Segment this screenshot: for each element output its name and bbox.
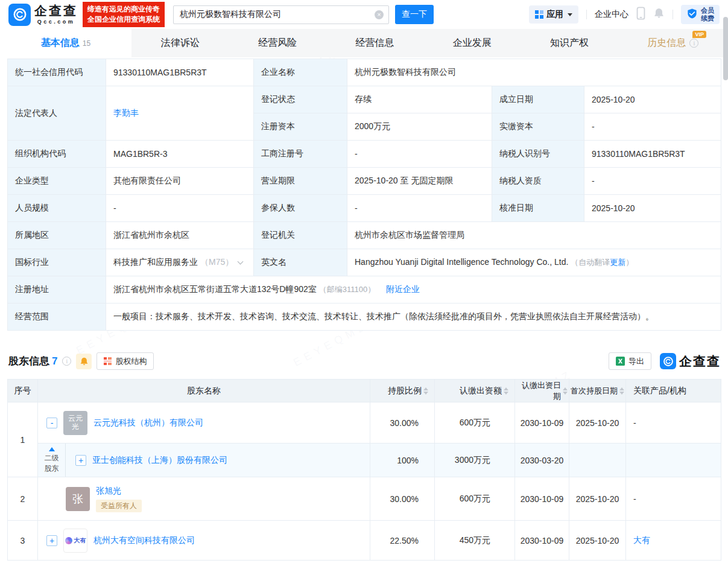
amount-cell: 3000万元 [435, 444, 515, 477]
excel-icon [616, 357, 625, 366]
equity-structure-button[interactable]: 股权结构 [97, 352, 154, 370]
tab-count: 15 [83, 39, 90, 48]
qcc-logo[interactable]: 企查查 Qcc.com [8, 4, 78, 26]
related-cell: 大有 [626, 521, 721, 561]
tab-business-risk[interactable]: 经营风险 [229, 29, 326, 57]
label-reg-address: 注册地址 [8, 276, 106, 304]
auto-translate-note: （自动翻译 [571, 258, 610, 267]
label-region: 所属地区 [8, 222, 106, 249]
header-ratio: 持股比例 [370, 380, 435, 402]
vip-badge: VIP [692, 31, 706, 38]
search-input[interactable] [173, 5, 389, 24]
logo-en: Qcc.com [34, 19, 78, 25]
shareholders-table: 序号 股东名称 持股比例 认缴出资额 认缴出资日期 首次持股日期 关联产品/机构… [7, 379, 721, 561]
label-reg-status: 登记状态 [254, 86, 347, 113]
notification-bell-icon[interactable] [653, 7, 665, 22]
value-reg-capital: 2000万元 [347, 113, 492, 141]
auto-translate-note-end: ） [625, 258, 633, 267]
label-taxpayer-id: 纳税人识别号 [492, 141, 584, 168]
tab-intellectual-property[interactable]: 知识产权 [521, 29, 618, 57]
collapse-button[interactable]: - [46, 418, 57, 428]
header-shareholder-name: 股东名称 [38, 380, 370, 402]
apps-dropdown[interactable]: 应用 [529, 5, 578, 24]
topbar-right: 应用 企业中心 会员 续费 [529, 5, 720, 24]
avatar[interactable]: 大有 [63, 529, 87, 553]
industry-code: （M75） [200, 257, 233, 267]
avatar[interactable]: 张 [66, 487, 90, 511]
shareholder-link[interactable]: 杭州大有空间科技有限公司 [93, 535, 195, 546]
shareholder-link[interactable]: 云元光科技（杭州）有限公司 [93, 418, 203, 428]
pay-date-cell: 2030-10-09 [515, 477, 569, 521]
avatar-text: 大有 [74, 536, 86, 545]
label-org-code: 组织机构代码 [8, 141, 106, 168]
table-row: 2 张 张旭光 受益所有人 30.00% 600万元 2030-10-09 20… [8, 477, 721, 521]
sub-level-label: 二级股东 [44, 453, 60, 474]
subscribe-bell-button[interactable] [76, 354, 92, 369]
sub-shareholder-row: 二级股东 + 亚士创能科技（上海）股份有限公司 100% 3000万元 2030… [8, 444, 721, 477]
tab-basic-info[interactable]: 基本信息 15 [0, 29, 131, 57]
value-industry: 科技推广和应用服务业（M75） [106, 249, 254, 276]
enterprise-center-link[interactable]: 企业中心 [595, 9, 628, 20]
info-icon[interactable]: i [689, 39, 698, 48]
tab-development[interactable]: 企业发展 [423, 29, 521, 57]
sort-icon[interactable] [423, 387, 428, 395]
header-label: 持股比例 [388, 386, 422, 396]
vip-line-1: 会员 [701, 7, 714, 14]
chevron-down-icon[interactable] [238, 259, 244, 265]
tab-legal[interactable]: 法律诉讼 [131, 29, 229, 57]
header-pay-date: 认缴出资日期 [515, 380, 569, 402]
shareholder-link[interactable]: 张旭光 [96, 486, 121, 497]
header-label: 认缴出资日期 [516, 380, 561, 402]
row-number: 3 [8, 521, 38, 561]
tab-business-info[interactable]: 经营信息 [326, 29, 423, 57]
header-label: 首次持股日期 [571, 386, 618, 396]
expand-button[interactable]: + [46, 535, 57, 546]
sort-icon[interactable] [504, 387, 508, 395]
vip-renew-button[interactable]: 会员 续费 [681, 5, 720, 24]
header-no: 序号 [8, 380, 38, 402]
sort-icon[interactable] [619, 387, 624, 395]
sort-icon[interactable] [563, 387, 568, 395]
mobile-app-icon[interactable] [636, 7, 645, 22]
header-related: 关联产品/机构 [626, 380, 721, 402]
avatar-text: 云元 [68, 415, 83, 423]
label-company-name: 企业名称 [254, 59, 347, 86]
shareholder-link[interactable]: 亚士创能科技（上海）股份有限公司 [92, 455, 227, 466]
value-reg-status: 存续 [347, 86, 492, 113]
collapse-triangle-icon[interactable] [49, 447, 55, 451]
equity-structure-label: 股权结构 [115, 356, 147, 367]
expand-button[interactable]: + [75, 455, 86, 466]
clear-icon[interactable]: × [375, 10, 384, 19]
export-button[interactable]: 导出 [609, 352, 651, 370]
label-taxpayer-quality: 纳税人资质 [492, 168, 584, 195]
value-approval-date: 2025-10-20 [584, 195, 721, 222]
info-icon[interactable]: i [62, 357, 71, 366]
row-number: 1 [8, 402, 38, 477]
value-establish-date: 2025-10-20 [584, 86, 721, 113]
update-translation-link[interactable]: 更新 [610, 258, 625, 267]
label-company-type: 企业类型 [8, 168, 106, 195]
slogan-line-2: 全国企业信用查询系统 [87, 14, 160, 25]
reg-address: 浙江省杭州市余杭区五常街道五常大道132号D幢902室 [113, 284, 317, 294]
logo-cn: 企查查 [34, 4, 78, 17]
nearby-companies-link[interactable]: 附近企业 [386, 284, 420, 294]
related-product-link[interactable]: 大有 [633, 535, 650, 545]
first-date-cell: 2025-10-20 [569, 521, 626, 561]
shareholders-header-right: 导出 企查查 [609, 352, 721, 370]
amount-cell: 600万元 [435, 477, 515, 521]
industry-name: 科技推广和应用服务业 [113, 257, 198, 267]
legal-rep-link[interactable]: 李勤丰 [113, 108, 139, 118]
related-cell: - [626, 477, 721, 521]
value-company-name: 杭州元极数智科技有限公司 [347, 59, 721, 86]
page: EEYEQMZ EEYEQMZ EEYEQMZ EEYEQMZ EEYEQMZ … [0, 0, 728, 566]
row-number: 2 [8, 477, 38, 521]
value-reg-address: 浙江省杭州市余杭区五常街道五常大道132号D幢902室 （邮编311100） 附… [106, 276, 721, 304]
scrollbar-thumb[interactable] [723, 17, 728, 80]
vip-renew-label: 会员 续费 [701, 7, 714, 22]
search-button[interactable]: 查一下 [395, 5, 434, 24]
tab-history[interactable]: VIP 历史信息 i [618, 29, 728, 57]
vip-line-2: 续费 [701, 14, 714, 22]
header-first-date: 首次持股日期 [569, 380, 626, 402]
avatar[interactable]: 云元 光 [63, 411, 87, 435]
label-credit-code: 统一社会信用代码 [8, 59, 106, 86]
